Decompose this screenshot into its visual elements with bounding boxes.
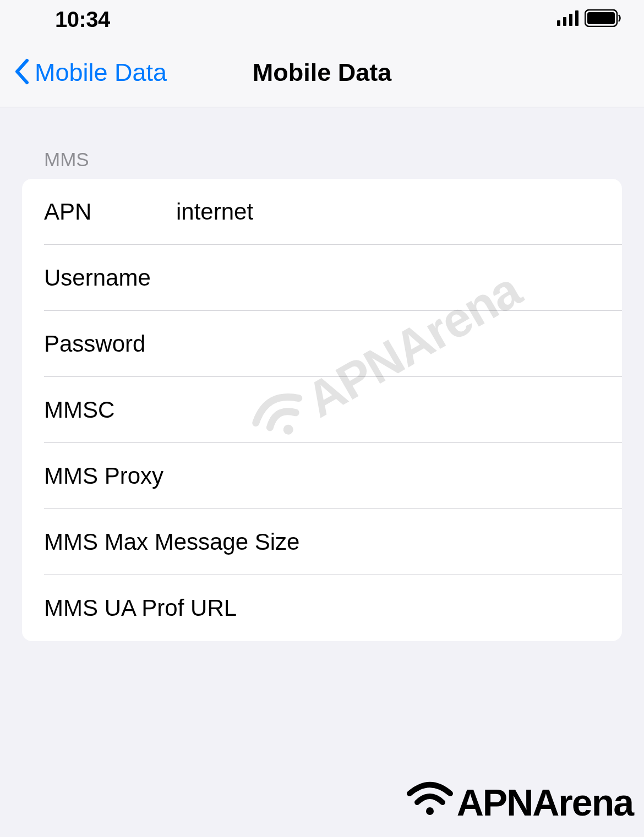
label-apn: APN	[44, 199, 176, 225]
input-apn[interactable]	[176, 199, 622, 225]
input-mmsc[interactable]	[176, 397, 622, 423]
back-button[interactable]: Mobile Data	[14, 58, 167, 87]
svg-point-7	[426, 807, 434, 815]
page-title: Mobile Data	[253, 58, 392, 87]
row-username[interactable]: Username	[22, 245, 622, 311]
back-label: Mobile Data	[35, 58, 167, 87]
navigation-bar: Mobile Data Mobile Data	[0, 39, 644, 107]
svg-rect-1	[563, 17, 566, 26]
status-indicators	[557, 9, 622, 29]
status-bar: 10:34	[0, 0, 644, 39]
row-apn[interactable]: APN	[22, 179, 622, 245]
status-time: 10:34	[55, 7, 110, 32]
row-mms-max-message-size[interactable]: MMS Max Message Size	[22, 509, 622, 575]
row-password[interactable]: Password	[22, 311, 622, 377]
watermark-bottom: APNArena	[405, 778, 633, 826]
input-username[interactable]	[176, 265, 622, 291]
label-password: Password	[44, 331, 176, 357]
row-mms-proxy[interactable]: MMS Proxy	[22, 443, 622, 509]
section-header-mms: MMS	[22, 149, 622, 179]
label-username: Username	[44, 265, 176, 291]
svg-rect-3	[575, 10, 578, 26]
label-mms-max: MMS Max Message Size	[44, 529, 622, 555]
svg-rect-0	[557, 20, 560, 26]
content-area: MMS APN Username Password MMSC MMS Proxy…	[0, 107, 644, 641]
wifi-icon	[405, 778, 455, 826]
label-mms-ua-prof: MMS UA Prof URL	[44, 595, 622, 621]
label-mmsc: MMSC	[44, 397, 176, 423]
svg-rect-5	[587, 12, 615, 24]
battery-icon	[585, 9, 622, 29]
input-password[interactable]	[176, 331, 622, 357]
settings-group-mms: APN Username Password MMSC MMS Proxy MMS…	[22, 179, 622, 641]
chevron-left-icon	[14, 58, 30, 87]
row-mms-ua-prof-url[interactable]: MMS UA Prof URL	[22, 575, 622, 641]
input-mms-proxy[interactable]	[309, 463, 622, 489]
watermark-text: APNArena	[457, 781, 633, 824]
svg-rect-2	[569, 14, 572, 26]
label-mms-proxy: MMS Proxy	[44, 463, 309, 489]
cellular-signal-icon	[557, 10, 579, 28]
row-mmsc[interactable]: MMSC	[22, 377, 622, 443]
